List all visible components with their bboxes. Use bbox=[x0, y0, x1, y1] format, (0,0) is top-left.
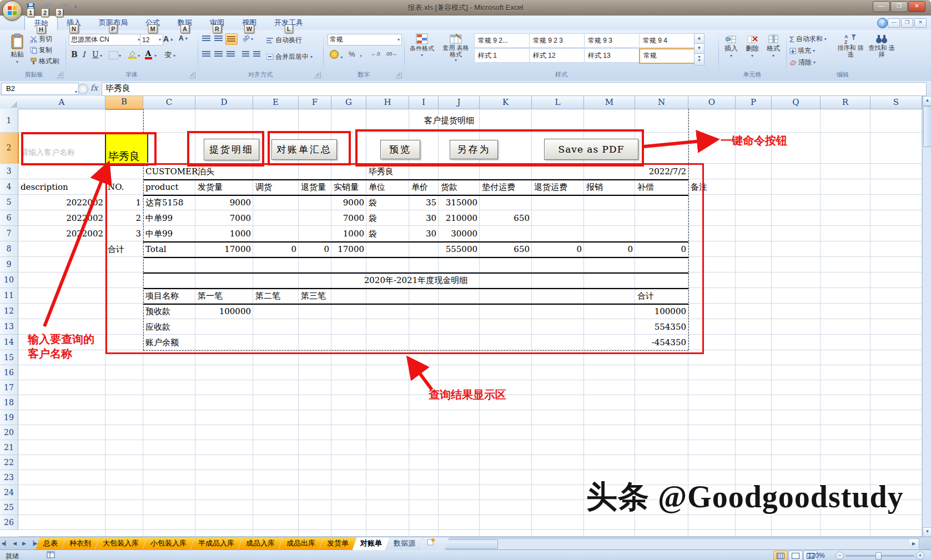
office-button[interactable] bbox=[2, 1, 22, 21]
row-header-25[interactable]: 25 bbox=[0, 500, 18, 515]
cut-button[interactable]: 剪切 bbox=[30, 34, 52, 44]
ribbon-tab-数据[interactable]: 数据A bbox=[169, 16, 201, 30]
row-header-23[interactable]: 23 bbox=[0, 470, 18, 485]
column-header-Q[interactable]: Q bbox=[772, 96, 821, 109]
column-header-I[interactable]: I bbox=[409, 96, 439, 109]
align-center-icon[interactable] bbox=[214, 51, 223, 57]
cell-style-常规 9 2 3[interactable]: 常规 9 2 3 bbox=[529, 33, 585, 48]
row-header-4[interactable]: 4 bbox=[0, 179, 18, 195]
column-header-N[interactable]: N bbox=[635, 96, 688, 109]
paste-button[interactable]: 粘贴▾ bbox=[7, 33, 28, 64]
sheet-tab-半成品入库[interactable]: 半成品入库 bbox=[190, 537, 242, 550]
clear-button[interactable]: 清除▾ bbox=[789, 58, 816, 67]
fill-color-dropdown-icon[interactable]: ▾ bbox=[138, 53, 140, 58]
row-header-8[interactable]: 8 bbox=[0, 241, 18, 257]
bold-button[interactable]: B bbox=[71, 50, 78, 59]
align-middle-icon[interactable] bbox=[214, 36, 223, 42]
row-header-22[interactable]: 22 bbox=[0, 455, 18, 470]
align-top-icon[interactable] bbox=[202, 36, 210, 42]
alignment-dialog-launcher[interactable]: ◿ bbox=[314, 72, 321, 78]
increase-decimal-button[interactable]: ←.0 bbox=[371, 51, 380, 57]
increase-indent-icon[interactable] bbox=[253, 51, 260, 57]
zoom-out-icon[interactable]: − bbox=[836, 552, 844, 560]
zoom-slider[interactable]: − + bbox=[836, 552, 924, 559]
cell-style-常规 9 3[interactable]: 常规 9 3 bbox=[584, 33, 640, 48]
orientation-icon[interactable]: ab bbox=[240, 33, 251, 43]
cell-A5[interactable]: 2022002 bbox=[18, 195, 105, 210]
close-button[interactable]: ✕ bbox=[908, 1, 925, 12]
borders-dropdown-icon[interactable]: ▾ bbox=[119, 53, 121, 58]
column-header-K[interactable]: K bbox=[480, 96, 532, 109]
row-header-2[interactable]: 2 bbox=[0, 133, 19, 164]
column-header-F[interactable]: F bbox=[299, 96, 331, 109]
ribbon-tab-开发工具[interactable]: 开发工具L bbox=[265, 16, 312, 30]
sheet-tab-种衣剂[interactable]: 种衣剂 bbox=[62, 537, 99, 550]
cell-style-样式 12[interactable]: 样式 12 bbox=[529, 48, 585, 63]
styles-more-icon[interactable]: ▾▾ bbox=[694, 53, 704, 65]
next-sheet-icon[interactable]: ▶ bbox=[20, 539, 28, 548]
scroll-up-icon[interactable]: ▲ bbox=[923, 96, 931, 106]
row-header-18[interactable]: 18 bbox=[0, 395, 18, 410]
italic-button[interactable]: I bbox=[82, 50, 85, 59]
row-header-17[interactable]: 17 bbox=[0, 380, 18, 395]
row-header-13[interactable]: 13 bbox=[0, 319, 18, 335]
decrease-decimal-button[interactable]: .00→ bbox=[385, 51, 397, 57]
sheet-tab-总表[interactable]: 总表 bbox=[36, 537, 66, 550]
ribbon-tab-开始[interactable]: 开始H bbox=[24, 16, 58, 31]
row-header-5[interactable]: 5 bbox=[0, 195, 18, 210]
copy-button[interactable]: 复制 bbox=[30, 46, 52, 55]
currency-button[interactable]: ▾ bbox=[330, 50, 343, 60]
column-header-B[interactable]: B bbox=[105, 96, 143, 110]
vertical-scroll-thumb[interactable] bbox=[923, 106, 931, 147]
row-header-14[interactable]: 14 bbox=[0, 335, 18, 350]
row-header-10[interactable]: 10 bbox=[0, 273, 18, 288]
fill-color-button[interactable] bbox=[128, 50, 137, 60]
cell-A7[interactable]: 2022002 bbox=[18, 226, 105, 241]
font-dialog-launcher[interactable]: ◿ bbox=[189, 72, 195, 78]
cell-style-常规 9 4[interactable]: 常规 9 4 bbox=[639, 33, 695, 48]
underline-dropdown-icon[interactable]: ▾ bbox=[100, 53, 102, 58]
row-header-1[interactable]: 1 bbox=[0, 109, 18, 133]
ribbon-tab-审阅[interactable]: 审阅R bbox=[201, 16, 233, 30]
delete-cells-button[interactable]: 删除▾ bbox=[743, 34, 762, 58]
column-header-J[interactable]: J bbox=[439, 96, 480, 109]
cell-style-常规 9 2...[interactable]: 常规 9 2... bbox=[474, 33, 530, 48]
column-header-O[interactable]: O bbox=[688, 96, 736, 109]
row-header-3[interactable]: 3 bbox=[0, 164, 18, 179]
column-header-P[interactable]: P bbox=[736, 96, 772, 109]
column-header-S[interactable]: S bbox=[870, 96, 922, 109]
sheet-tab-数据源[interactable]: 数据源 bbox=[386, 537, 423, 550]
column-header-E[interactable]: E bbox=[253, 96, 299, 109]
doc-close-button[interactable]: ✕ bbox=[914, 18, 927, 28]
page-layout-view-button[interactable] bbox=[788, 551, 803, 560]
zoom-in-icon[interactable]: + bbox=[916, 552, 924, 560]
sheet-tab-成品入库[interactable]: 成品入库 bbox=[238, 537, 283, 550]
row-header-9[interactable]: 9 bbox=[0, 257, 18, 273]
align-bottom-icon[interactable] bbox=[225, 33, 238, 45]
cell-style-样式 1[interactable]: 样式 1 bbox=[474, 48, 530, 63]
column-header-H[interactable]: H bbox=[366, 96, 409, 109]
macro-record-icon[interactable] bbox=[47, 551, 55, 560]
number-dialog-launcher[interactable]: ◿ bbox=[395, 72, 402, 78]
column-header-M[interactable]: M bbox=[584, 96, 635, 109]
percent-button[interactable]: % bbox=[349, 50, 355, 58]
font-color-button[interactable]: A bbox=[145, 49, 151, 58]
name-box[interactable]: B2▾ bbox=[1, 83, 79, 95]
sheet-tab-成品出库[interactable]: 成品出库 bbox=[279, 537, 323, 550]
font-size-select[interactable]: 12▾ bbox=[140, 34, 163, 46]
format-painter-button[interactable]: 格式刷 bbox=[30, 57, 59, 66]
format-cells-button[interactable]: 格式▾ bbox=[764, 34, 783, 58]
underline-button[interactable]: U bbox=[92, 50, 99, 59]
row-header-6[interactable]: 6 bbox=[0, 210, 18, 226]
restore-button[interactable]: ❐ bbox=[890, 1, 908, 12]
column-header-A[interactable]: A bbox=[18, 96, 105, 109]
row-header-7[interactable]: 7 bbox=[0, 226, 18, 241]
sheet-tab-小包装入库[interactable]: 小包装入库 bbox=[143, 537, 194, 550]
fill-button[interactable]: 填充▾ bbox=[789, 46, 815, 56]
phonetic-dropdown-icon[interactable]: ▾ bbox=[173, 53, 175, 58]
select-all-corner[interactable] bbox=[0, 96, 19, 109]
cell-A6[interactable]: 2022002 bbox=[18, 210, 105, 226]
phonetic-button[interactable]: 变 bbox=[164, 50, 172, 60]
wrap-text-button[interactable]: 自动换行 bbox=[266, 36, 302, 45]
comma-button[interactable]: , bbox=[360, 48, 362, 58]
